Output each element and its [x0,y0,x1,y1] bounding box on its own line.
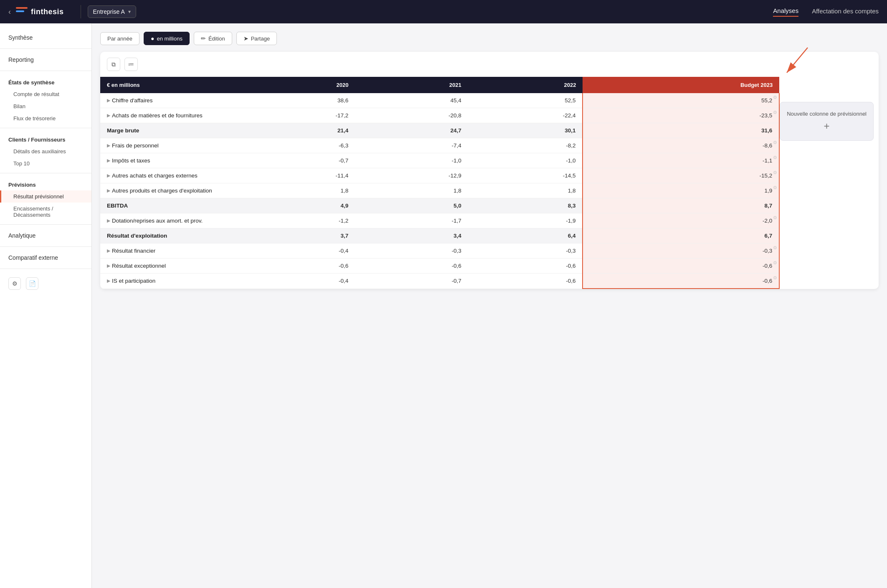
settings-icon[interactable]: ⚙ [8,277,21,290]
budget-cell: -8,6⚙ [583,138,779,153]
sidebar-item-comparatif[interactable]: Comparatif externe [0,250,91,265]
new-column-panel[interactable]: Nouvelle colonne de prévisionnel + [780,102,874,141]
row-label: ▶Autres produits et charges d'exploitati… [100,183,242,198]
expand-icon[interactable]: ▶ [107,143,110,148]
sidebar-item-flux[interactable]: Flux de trésorerie [0,112,91,124]
expand-icon[interactable]: ▶ [107,188,110,193]
partage-label: Partage [251,35,270,42]
expand-icon[interactable]: ▶ [107,248,110,253]
row-value: -14,5 [468,168,583,183]
row-value: 5,0 [355,198,468,213]
expand-icon[interactable]: ▶ [107,263,110,269]
app-name: finthesis [31,8,64,16]
row-value: -0,6 [468,259,583,274]
sidebar-item-bilan[interactable]: Bilan [0,100,91,112]
main-content: Par année ● en millions ✏ Édition ➤ Part… [92,23,887,588]
sidebar-item-encaissements[interactable]: Encaissements / Décaissements [0,203,91,221]
gear-icon[interactable]: ⚙ [773,170,777,175]
sidebar-item-top10[interactable]: Top 10 [0,157,91,170]
row-value: -20,8 [355,108,468,123]
table-row: ▶Résultat exceptionnel-0,6-0,6-0,6-0,6⚙ [100,259,779,274]
row-value: -0,6 [242,259,355,274]
row-value: -7,4 [355,138,468,153]
expand-icon[interactable]: ▶ [107,113,110,118]
new-col-label: Nouvelle colonne de prévisionnel [787,111,867,117]
gear-icon[interactable]: ⚙ [773,275,777,281]
row-label: Marge brute [100,123,242,138]
gear-icon[interactable]: ⚙ [773,110,777,115]
nav-link-analyses[interactable]: Analyses [773,7,798,17]
table-row: ▶Résultat financier-0,4-0,3-0,3-0,3⚙ [100,243,779,259]
company-selector[interactable]: Entreprise A ▾ [88,5,136,18]
sidebar-item-reporting[interactable]: Reporting [0,52,91,67]
expand-icon[interactable]: ▶ [107,173,110,178]
row-value: -0,3 [468,243,583,259]
gear-icon[interactable]: ⚙ [773,185,777,190]
sidebar-item-compte-resultat[interactable]: Compte de résultat [0,88,91,100]
budget-cell: -0,3⚙ [583,243,779,259]
circle-icon: ● [151,35,154,42]
table-header-row: € en millions 2020 2021 2022 Budget 2023 [100,77,779,93]
expand-icon[interactable]: ▶ [107,158,110,163]
table-toolbar: ⧉ ≔ [100,52,879,77]
row-value: 52,5 [468,93,583,108]
row-value: -0,4 [242,274,355,289]
table-scroll: € en millions 2020 2021 2022 Budget 2023… [100,77,780,289]
chevron-down-icon: ▾ [128,9,131,15]
nav-links: Analyses Affectation des comptes [773,7,879,17]
sidebar-divider [0,173,91,173]
sidebar-item-analytique[interactable]: Analytique [0,228,91,243]
table-container: ⧉ ≔ € en millions 2020 2021 2022 Budget … [100,52,879,289]
table-row: ▶Autres produits et charges d'exploitati… [100,183,779,198]
gear-icon[interactable]: ⚙ [773,140,777,145]
company-name: Entreprise A [93,8,125,15]
table-row: ▶Impôts et taxes-0,7-1,0-1,0-1,1⚙ [100,153,779,168]
gear-icon[interactable]: ⚙ [773,245,777,251]
row-label: ▶Autres achats et charges externes [100,168,242,183]
sidebar-divider [0,224,91,225]
row-value: 1,8 [468,183,583,198]
sidebar-item-resultat-prev[interactable]: Résultat prévisionnel [0,190,91,203]
budget-cell: 1,9⚙ [583,183,779,198]
row-value: 24,7 [355,123,468,138]
row-value: -1,0 [355,153,468,168]
expand-icon[interactable]: ▶ [107,218,110,223]
row-label: ▶Achats de matières et de fournitures [100,108,242,123]
row-value: 6,4 [468,228,583,243]
sidebar-divider [0,269,91,269]
gear-icon[interactable]: ⚙ [773,155,777,160]
expand-icon[interactable]: ▶ [107,98,110,103]
row-value: -12,9 [355,168,468,183]
new-col-wrapper: Nouvelle colonne de prévisionnel + [780,77,879,141]
table-row: Résultat d'exploitation3,73,46,46,7 [100,228,779,243]
copy-icon[interactable]: ⧉ [107,58,120,71]
sidebar-item-synthese[interactable]: Synthèse [0,30,91,45]
btn-partage[interactable]: ➤ Partage [236,32,277,45]
col-header-2021: 2021 [355,77,468,93]
sidebar-footer: ⚙ 📄 [0,272,91,295]
btn-par-annee[interactable]: Par année [100,32,139,45]
nav-divider [81,5,81,18]
document-icon[interactable]: 📄 [26,277,38,290]
gear-icon[interactable]: ⚙ [773,260,777,266]
edition-label: Édition [208,35,225,42]
col-header-budget: Budget 2023 [583,77,779,93]
budget-cell: -0,6⚙ [583,259,779,274]
row-label: ▶Résultat financier [100,243,242,259]
col-header-2020: 2020 [242,77,355,93]
sidebar-item-auxiliaires[interactable]: Détails des auxiliaires [0,145,91,157]
row-value: -1,7 [355,213,468,228]
btn-edition[interactable]: ✏ Édition [194,32,232,45]
budget-cell: -23,5⚙ [583,108,779,123]
gear-icon[interactable]: ⚙ [773,215,777,220]
row-label: ▶Frais de personnel [100,138,242,153]
row-value: 38,6 [242,93,355,108]
back-button[interactable]: ‹ [8,8,11,16]
table-row: EBITDA4,95,08,38,7 [100,198,779,213]
btn-en-millions[interactable]: ● en millions [144,32,190,45]
logo: finthesis [16,7,64,16]
gear-icon[interactable]: ⚙ [773,95,777,100]
nav-link-affectation[interactable]: Affectation des comptes [812,8,879,16]
expand-icon[interactable]: ▶ [107,278,110,284]
filter-icon[interactable]: ≔ [124,58,138,71]
